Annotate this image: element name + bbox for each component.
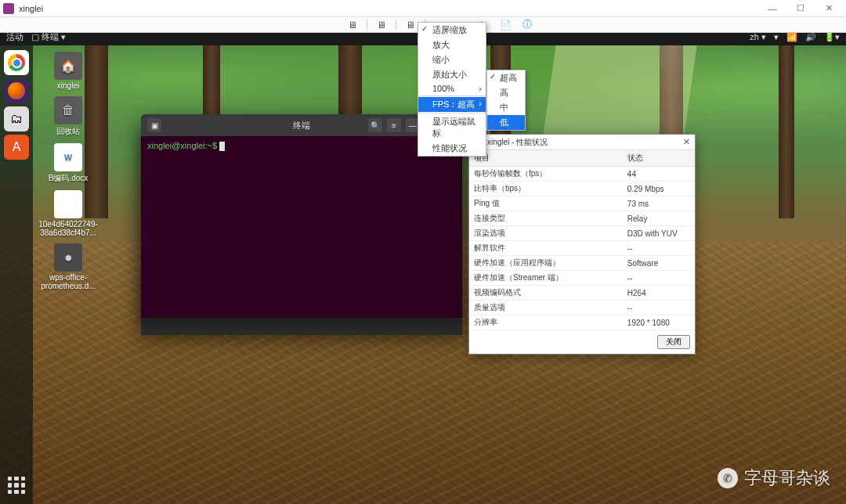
terminal-prompt: xinglei@xinglei:~$ [147,141,219,150]
table-row: Ping 值73 ms [469,196,695,211]
window-titlebar: xinglei — ☐ ✕ [0,0,846,17]
menu-fit-screen[interactable]: 适屏缩放 [418,23,486,38]
app-icon [3,3,14,14]
terminal-titlebar[interactable]: ▣ 终端 🔍 ≡ — ☐ ✕ [141,114,462,136]
perf-value: H264 [623,286,695,301]
trash-icon[interactable]: 🗑回收站 [41,96,96,137]
perf-value: 44 [623,167,695,182]
view-dropdown[interactable]: 适屏缩放 放大 缩小 原始大小 100% FPS：超高 显示远端鼠标 性能状况 [418,22,486,157]
table-row: 视频编码格式H264 [469,286,695,301]
watermark: ✆ 字母哥杂谈 [718,466,830,490]
display-icon[interactable]: 🖥 [403,19,418,31]
menu-zoom-percent[interactable]: 100% [418,82,486,95]
perf-title: xinglei - 性能状况 [487,137,683,148]
table-row: 连接类型Relay [469,211,695,226]
perf-key: Ping 值 [469,196,623,211]
wechat-icon: ✆ [718,468,738,488]
performance-titlebar[interactable]: xinglei - 性能状况 ✕ [469,135,695,150]
terminal-body[interactable]: xinglei@xinglei:~$ [141,136,462,156]
table-row: 比特率（bps）0.29 Mbps [469,182,695,196]
perf-value: D3D with YUV [623,226,695,241]
table-row: 硬件加速（应用程序端）Software [469,256,695,271]
performance-table: 项目 状态 每秒传输帧数（fps）44比特率（bps）0.29 MbpsPing… [469,150,695,330]
window-title: xinglei [19,4,758,13]
wifi-icon[interactable]: 📶 [786,33,797,42]
fps-high[interactable]: 高 [487,85,525,100]
battery-icon[interactable]: 🔋▾ [824,33,840,42]
perf-key: 比特率（bps） [469,182,623,196]
perf-key: 硬件加速（应用程序端） [469,256,623,271]
menu-zoom-out[interactable]: 缩小 [418,52,486,67]
perf-value: 73 ms [623,196,695,211]
screen-icon[interactable]: 🖥 [345,19,360,31]
maximize-button[interactable]: ☐ [786,0,815,17]
volume-icon[interactable]: 🔊 [805,33,816,42]
cursor-icon [219,142,225,151]
menu-show-cursor[interactable]: 显示远端鼠标 [418,114,486,141]
perf-value: Relay [623,211,695,226]
fps-low[interactable]: 低 [487,115,525,130]
perf-key: 连接类型 [469,211,623,226]
show-apps-icon[interactable] [5,474,27,496]
search-icon[interactable]: 🔍 [368,118,382,132]
perf-key: 硬件加速（Streamer 端） [469,271,623,286]
perf-key: 每秒传输帧数（fps） [469,167,623,182]
network-icon[interactable]: ▾ [774,33,779,42]
document-icon[interactable]: WB编码.docx [41,143,96,184]
files-icon[interactable]: 🗂 [4,106,29,131]
table-row: 分辨率1920 * 1080 [469,315,695,330]
col-status: 状态 [623,150,695,167]
table-row: 硬件加速（Streamer 端）-- [469,271,695,286]
menu-icon[interactable]: ≡ [387,118,401,132]
software-icon[interactable]: A [4,135,29,160]
menu-fps[interactable]: FPS：超高 [418,97,486,112]
table-row: 质量选项-- [469,301,695,315]
perf-key: 分辨率 [469,315,623,330]
perf-value: -- [623,271,695,286]
language-indicator[interactable]: zh ▾ [750,33,766,42]
table-row: 渲染选项D3D with YUV [469,226,695,241]
menu-performance[interactable]: 性能状况 [418,141,486,156]
desktop-icons: 🏠xinglei 🗑回收站 WB编码.docx 10e4d64022749-38… [41,52,103,297]
activities-button[interactable]: 活动 [6,33,24,43]
new-tab-icon[interactable]: ▣ [147,118,161,132]
home-folder-icon[interactable]: 🏠xinglei [41,52,96,90]
perf-close-icon[interactable]: ✕ [683,137,690,147]
menu-zoom-in[interactable]: 放大 [418,38,486,52]
perf-value: 1920 * 1080 [623,315,695,330]
terminal-menu[interactable]: ▢ 终端 ▾ [31,33,66,43]
file-icon[interactable]: 📄 [497,19,513,31]
firefox-icon[interactable] [4,78,29,103]
perf-value: Software [623,256,695,271]
perf-key: 视频编码格式 [469,286,623,301]
terminal-title: 终端 [293,120,310,131]
perf-close-button[interactable]: 关闭 [657,335,690,349]
info-icon[interactable]: ⓘ [519,19,535,31]
table-row: 解算软件-- [469,241,695,256]
perf-value: -- [623,301,695,315]
minimize-button[interactable]: — [758,0,786,17]
performance-window[interactable]: xinglei - 性能状况 ✕ 项目 状态 每秒传输帧数（fps）44比特率（… [468,134,696,355]
perf-key: 解算软件 [469,241,623,256]
terminal-window[interactable]: ▣ 终端 🔍 ≡ — ☐ ✕ xinglei@xinglei:~$ [141,114,462,318]
perf-value: 0.29 Mbps [623,182,695,196]
fps-submenu[interactable]: 超高 高 中 低 [486,70,526,131]
perf-value: -- [623,241,695,256]
ubuntu-dock: 🗂 A >_ [0,45,33,504]
table-row: 每秒传输帧数（fps）44 [469,167,695,182]
menu-original-size[interactable]: 原始大小 [418,67,486,82]
image-file-icon[interactable]: 10e4d64022749-38a6d38cf4b7... [41,190,96,237]
chrome-icon[interactable] [4,50,29,75]
watermark-text: 字母哥杂谈 [744,466,830,490]
fps-ultra[interactable]: 超高 [487,70,525,85]
deb-file-icon[interactable]: ⬢wps-office-prometheus.d... [41,243,96,290]
close-button[interactable]: ✕ [815,0,843,17]
perf-key: 质量选项 [469,301,623,315]
perf-key: 渲染选项 [469,226,623,241]
fps-mid[interactable]: 中 [487,100,525,115]
monitors-icon[interactable]: 🖥 [374,19,389,31]
col-item: 项目 [469,150,623,167]
